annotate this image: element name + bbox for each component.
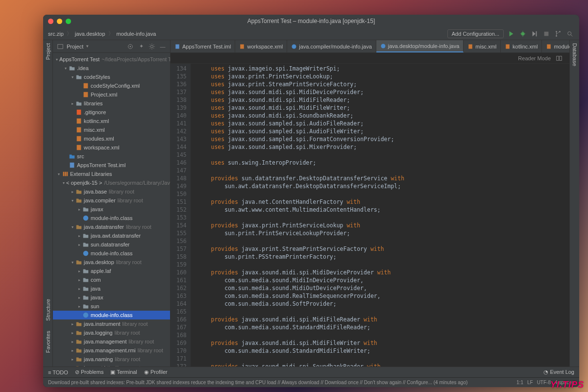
crumb[interactable]: src.zip [48,31,64,37]
tree-node[interactable]: ▾codeStyles [53,73,170,81]
tree-node[interactable]: src [53,152,170,161]
tree-node[interactable]: ▸java.managementlibrary root [53,337,170,346]
tab-profiler[interactable]: ◉ Profiler [144,369,168,375]
svg-point-23 [83,251,89,256]
tree-node[interactable]: ▸java.instrumentlibrary root [53,319,170,328]
sidebar-title: Project [67,44,83,49]
tab-terminal[interactable]: ▣ Terminal [110,369,137,375]
project-tree[interactable]: ▾AppsTorrent Test~/IdeaProjects/AppsTorr… [53,53,170,367]
tree-node[interactable]: ▸sun [53,302,170,311]
svg-rect-32 [557,56,559,60]
editor-tab[interactable]: misc.xml [464,40,501,52]
tab-problems[interactable]: ⊘ Problems [75,369,104,375]
caret-position[interactable]: 1:1 [516,380,523,385]
tree-node[interactable]: ▸java.logginglibrary root [53,328,170,337]
code-editor[interactable]: 1341351361371381391401411421431441451461… [171,64,569,367]
rail-favorites[interactable]: Favorites [45,331,51,353]
tree-node[interactable]: module-info.class [53,214,170,222]
svg-rect-17 [77,145,81,150]
svg-point-22 [83,216,89,221]
editor-tab[interactable]: java.compiler/module-info.java [287,40,376,52]
tree-node[interactable]: .gitignore [53,108,170,117]
tree-node[interactable]: ▾< openjdk-15 >/Users/egormac/Library/Ja… [53,178,170,187]
tree-node[interactable]: ▸java.awt.datatransfer [53,231,170,240]
tree-node[interactable]: ▾java.desktoplibrary root [53,258,170,267]
tree-node[interactable]: codeStyleConfig.xml [53,81,170,90]
svg-point-4 [559,31,561,32]
tree-node[interactable]: ▸java.naminglibrary root [53,355,170,364]
svg-rect-25 [175,44,179,49]
tree-node[interactable]: ▾External Libraries [53,170,170,178]
code-content[interactable]: uses javax.imageio.spi.ImageWriterSpi; u… [191,64,404,367]
svg-point-28 [381,44,385,48]
tree-node[interactable]: ▸javax [53,205,170,214]
tree-node[interactable]: ▾.idea [53,64,170,73]
crumb[interactable]: module-info.java [117,31,156,37]
tree-node[interactable]: ▸com [53,275,170,284]
tree-node[interactable]: modules.xml [53,134,170,143]
add-configuration-button[interactable]: Add Configuration... [447,29,504,38]
stop-icon[interactable] [542,29,551,38]
tree-node[interactable]: Project.xml [53,90,170,99]
run-icon[interactable] [507,29,515,38]
rail-database[interactable]: Database [572,43,578,66]
hide-icon[interactable]: — [158,42,167,51]
tree-node[interactable]: AppsTorrent Test.iml [53,161,170,170]
select-opened-icon[interactable] [126,42,135,51]
tree-node[interactable]: ▸java.baselibrary root [53,187,170,196]
tree-node[interactable]: ▸java [53,284,170,293]
svg-rect-11 [84,83,88,89]
rail-project[interactable]: Project [45,43,51,60]
tree-node[interactable]: ▾java.datatransferlibrary root [53,222,170,231]
event-log-button[interactable]: ◔ Event Log [543,369,574,375]
rail-structure[interactable]: Structure [45,299,51,321]
tree-node[interactable]: module-info.class [53,249,170,258]
svg-rect-31 [547,44,551,49]
reader-mode-icon[interactable] [555,54,564,63]
tree-node[interactable]: kotlinc.xml [53,117,170,125]
reader-mode-label[interactable]: Reader Mode [518,55,551,61]
file-encoding[interactable]: UTF-8 [537,380,551,385]
crumb[interactable]: java.desktop [75,31,105,37]
tree-node[interactable]: ▾AppsTorrent Test~/IdeaProjects/AppsTorr… [53,55,170,64]
gear-icon[interactable] [147,42,156,51]
editor-tab[interactable]: modules.xml [542,40,569,52]
svg-rect-29 [469,44,473,49]
svg-rect-12 [84,92,88,98]
tree-node[interactable]: ▸sun.datatransfer [53,240,170,249]
git-branch-icon[interactable] [554,29,563,38]
tab-todo[interactable]: ≡ TODO [48,369,68,375]
titlebar[interactable]: AppsTorrent Test – module-info.java [ope… [43,15,579,27]
svg-rect-18 [70,163,74,168]
svg-rect-30 [506,44,510,49]
tree-node[interactable]: ▸java.management.rmilibrary root [53,346,170,355]
tree-node[interactable]: module-info.class [53,311,170,319]
editor-tab[interactable]: kotlinc.xml [501,40,542,52]
svg-rect-14 [77,119,81,124]
editor-tab[interactable]: AppsTorrent Test.iml [171,40,235,52]
project-view-icon[interactable] [56,42,65,51]
project-sidebar: Project ▼ ✦ — ▾AppsTorrent Test~/IdeaPro… [53,40,171,367]
line-gutter[interactable]: 1341351361371381391401411421431441451461… [171,64,191,367]
tree-node[interactable]: misc.xml [53,125,170,134]
svg-point-5 [568,31,571,35]
status-message[interactable]: Download pre-built shared indexes: Pre-b… [48,380,467,385]
svg-rect-33 [560,56,562,60]
editor-toolbar: Reader Mode [171,53,569,64]
tree-node[interactable]: workspace.xml [53,143,170,152]
tree-node[interactable]: ▾java.compilerlibrary root [53,196,170,205]
tree-node[interactable]: ▸libraries [53,99,170,108]
editor-tab[interactable]: workspace.xml [235,40,287,52]
svg-point-24 [83,313,89,318]
tree-node[interactable]: ▸apple.laf [53,267,170,275]
editor-tab[interactable]: java.desktop/module-info.java [376,40,464,52]
line-separator[interactable]: LF [527,380,533,385]
debug-icon[interactable] [518,29,527,38]
tree-node[interactable]: ▸javax [53,293,170,302]
nav-bar: src.zip〉 java.desktop〉 module-info.java … [43,27,579,40]
run-coverage-icon[interactable] [530,29,539,38]
search-icon[interactable] [565,29,574,38]
svg-rect-20 [65,172,66,176]
svg-rect-15 [77,127,81,133]
expand-all-icon[interactable]: ✦ [137,42,146,51]
